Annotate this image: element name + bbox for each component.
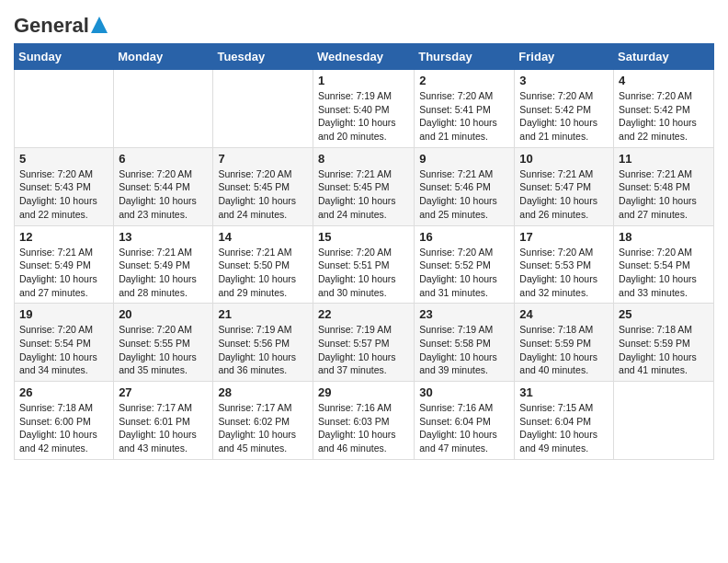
day-info: Sunrise: 7:20 AM Sunset: 5:54 PM Dayligh… bbox=[619, 246, 709, 300]
logo-general: General bbox=[14, 14, 89, 38]
calendar-cell: 19Sunrise: 7:20 AM Sunset: 5:54 PM Dayli… bbox=[15, 304, 114, 382]
day-number: 15 bbox=[318, 230, 409, 244]
day-info: Sunrise: 7:20 AM Sunset: 5:45 PM Dayligh… bbox=[218, 167, 308, 222]
day-info: Sunrise: 7:20 AM Sunset: 5:55 PM Dayligh… bbox=[119, 323, 208, 377]
day-info: Sunrise: 7:20 AM Sunset: 5:53 PM Dayligh… bbox=[519, 246, 609, 300]
calendar-cell: 25Sunrise: 7:18 AM Sunset: 5:59 PM Dayli… bbox=[614, 304, 714, 382]
day-number: 26 bbox=[19, 385, 108, 399]
day-number: 30 bbox=[419, 385, 509, 399]
calendar-table: SundayMondayTuesdayWednesdayThursdayFrid… bbox=[14, 43, 714, 460]
day-number: 4 bbox=[619, 74, 709, 87]
calendar-cell: 26Sunrise: 7:18 AM Sunset: 6:00 PM Dayli… bbox=[15, 382, 114, 460]
calendar-header-row: SundayMondayTuesdayWednesdayThursdayFrid… bbox=[15, 44, 714, 70]
day-number: 17 bbox=[519, 230, 609, 244]
day-info: Sunrise: 7:15 AM Sunset: 6:04 PM Dayligh… bbox=[519, 401, 609, 455]
calendar-cell: 29Sunrise: 7:16 AM Sunset: 6:03 PM Dayli… bbox=[313, 382, 414, 460]
column-header-sunday: Sunday bbox=[15, 44, 114, 70]
calendar-cell: 6Sunrise: 7:20 AM Sunset: 5:44 PM Daylig… bbox=[114, 147, 213, 225]
day-number: 5 bbox=[19, 152, 108, 166]
calendar-cell: 28Sunrise: 7:17 AM Sunset: 6:02 PM Dayli… bbox=[213, 382, 313, 460]
day-number: 24 bbox=[519, 307, 609, 321]
logo: General bbox=[14, 14, 108, 34]
day-info: Sunrise: 7:16 AM Sunset: 6:04 PM Dayligh… bbox=[419, 401, 509, 455]
logo-triangle-icon bbox=[91, 17, 108, 37]
day-info: Sunrise: 7:20 AM Sunset: 5:51 PM Dayligh… bbox=[318, 246, 409, 300]
calendar-cell: 16Sunrise: 7:20 AM Sunset: 5:52 PM Dayli… bbox=[415, 225, 515, 304]
calendar-cell: 20Sunrise: 7:20 AM Sunset: 5:55 PM Dayli… bbox=[114, 304, 213, 382]
svg-marker-0 bbox=[91, 17, 108, 33]
day-info: Sunrise: 7:20 AM Sunset: 5:42 PM Dayligh… bbox=[619, 89, 709, 144]
day-info: Sunrise: 7:20 AM Sunset: 5:43 PM Dayligh… bbox=[19, 167, 108, 222]
calendar-cell: 10Sunrise: 7:21 AM Sunset: 5:47 PM Dayli… bbox=[515, 147, 614, 225]
day-number: 6 bbox=[119, 152, 208, 166]
day-info: Sunrise: 7:16 AM Sunset: 6:03 PM Dayligh… bbox=[318, 401, 409, 455]
calendar-cell: 5Sunrise: 7:20 AM Sunset: 5:43 PM Daylig… bbox=[15, 147, 114, 225]
day-info: Sunrise: 7:18 AM Sunset: 5:59 PM Dayligh… bbox=[619, 323, 709, 377]
day-number: 2 bbox=[419, 74, 509, 87]
column-header-friday: Friday bbox=[515, 44, 614, 70]
day-number: 12 bbox=[19, 230, 108, 244]
day-info: Sunrise: 7:21 AM Sunset: 5:49 PM Dayligh… bbox=[19, 246, 108, 300]
day-info: Sunrise: 7:21 AM Sunset: 5:50 PM Dayligh… bbox=[218, 246, 308, 300]
column-header-saturday: Saturday bbox=[614, 44, 714, 70]
column-header-thursday: Thursday bbox=[415, 44, 515, 70]
day-number: 16 bbox=[419, 230, 509, 244]
day-info: Sunrise: 7:21 AM Sunset: 5:45 PM Dayligh… bbox=[318, 167, 409, 222]
calendar-cell bbox=[15, 70, 114, 148]
day-info: Sunrise: 7:20 AM Sunset: 5:42 PM Dayligh… bbox=[519, 89, 609, 144]
day-info: Sunrise: 7:19 AM Sunset: 5:40 PM Dayligh… bbox=[318, 89, 409, 144]
day-number: 28 bbox=[218, 385, 308, 399]
calendar-week-1: 1Sunrise: 7:19 AM Sunset: 5:40 PM Daylig… bbox=[15, 70, 714, 148]
calendar-cell bbox=[114, 70, 213, 148]
calendar-cell: 24Sunrise: 7:18 AM Sunset: 5:59 PM Dayli… bbox=[515, 304, 614, 382]
day-number: 23 bbox=[419, 307, 509, 321]
day-info: Sunrise: 7:20 AM Sunset: 5:52 PM Dayligh… bbox=[419, 246, 509, 300]
calendar-week-4: 19Sunrise: 7:20 AM Sunset: 5:54 PM Dayli… bbox=[15, 304, 714, 382]
calendar-cell: 1Sunrise: 7:19 AM Sunset: 5:40 PM Daylig… bbox=[313, 70, 414, 148]
calendar-cell: 22Sunrise: 7:19 AM Sunset: 5:57 PM Dayli… bbox=[313, 304, 414, 382]
calendar-week-3: 12Sunrise: 7:21 AM Sunset: 5:49 PM Dayli… bbox=[15, 225, 714, 304]
day-number: 21 bbox=[218, 307, 308, 321]
page-header: General bbox=[14, 14, 714, 34]
column-header-tuesday: Tuesday bbox=[213, 44, 313, 70]
day-number: 9 bbox=[419, 152, 509, 166]
day-number: 14 bbox=[218, 230, 308, 244]
day-number: 1 bbox=[318, 74, 409, 87]
calendar-cell: 9Sunrise: 7:21 AM Sunset: 5:46 PM Daylig… bbox=[415, 147, 515, 225]
calendar-cell: 13Sunrise: 7:21 AM Sunset: 5:49 PM Dayli… bbox=[114, 225, 213, 304]
calendar-cell: 7Sunrise: 7:20 AM Sunset: 5:45 PM Daylig… bbox=[213, 147, 313, 225]
calendar-week-2: 5Sunrise: 7:20 AM Sunset: 5:43 PM Daylig… bbox=[15, 147, 714, 225]
day-number: 20 bbox=[119, 307, 208, 321]
column-header-monday: Monday bbox=[114, 44, 213, 70]
calendar-week-5: 26Sunrise: 7:18 AM Sunset: 6:00 PM Dayli… bbox=[15, 382, 714, 460]
day-number: 10 bbox=[519, 152, 609, 166]
calendar-cell: 31Sunrise: 7:15 AM Sunset: 6:04 PM Dayli… bbox=[515, 382, 614, 460]
calendar-cell bbox=[213, 70, 313, 148]
day-info: Sunrise: 7:17 AM Sunset: 6:01 PM Dayligh… bbox=[119, 401, 208, 455]
day-number: 13 bbox=[119, 230, 208, 244]
calendar-cell: 12Sunrise: 7:21 AM Sunset: 5:49 PM Dayli… bbox=[15, 225, 114, 304]
day-info: Sunrise: 7:18 AM Sunset: 6:00 PM Dayligh… bbox=[19, 401, 108, 455]
day-number: 8 bbox=[318, 152, 409, 166]
day-info: Sunrise: 7:20 AM Sunset: 5:44 PM Dayligh… bbox=[119, 167, 208, 222]
calendar-cell: 21Sunrise: 7:19 AM Sunset: 5:56 PM Dayli… bbox=[213, 304, 313, 382]
day-number: 22 bbox=[318, 307, 409, 321]
calendar-cell: 3Sunrise: 7:20 AM Sunset: 5:42 PM Daylig… bbox=[515, 70, 614, 148]
day-info: Sunrise: 7:21 AM Sunset: 5:47 PM Dayligh… bbox=[519, 167, 609, 222]
day-info: Sunrise: 7:17 AM Sunset: 6:02 PM Dayligh… bbox=[218, 401, 308, 455]
calendar-cell: 18Sunrise: 7:20 AM Sunset: 5:54 PM Dayli… bbox=[614, 225, 714, 304]
calendar-cell: 15Sunrise: 7:20 AM Sunset: 5:51 PM Dayli… bbox=[313, 225, 414, 304]
day-info: Sunrise: 7:20 AM Sunset: 5:54 PM Dayligh… bbox=[19, 323, 108, 377]
calendar-cell: 8Sunrise: 7:21 AM Sunset: 5:45 PM Daylig… bbox=[313, 147, 414, 225]
day-info: Sunrise: 7:20 AM Sunset: 5:41 PM Dayligh… bbox=[419, 89, 509, 144]
day-number: 18 bbox=[619, 230, 709, 244]
day-number: 27 bbox=[119, 385, 208, 399]
calendar-cell: 4Sunrise: 7:20 AM Sunset: 5:42 PM Daylig… bbox=[614, 70, 714, 148]
calendar-cell: 23Sunrise: 7:19 AM Sunset: 5:58 PM Dayli… bbox=[415, 304, 515, 382]
calendar-cell: 11Sunrise: 7:21 AM Sunset: 5:48 PM Dayli… bbox=[614, 147, 714, 225]
day-info: Sunrise: 7:19 AM Sunset: 5:56 PM Dayligh… bbox=[218, 323, 308, 377]
day-number: 25 bbox=[619, 307, 709, 321]
day-number: 3 bbox=[519, 74, 609, 87]
day-info: Sunrise: 7:21 AM Sunset: 5:46 PM Dayligh… bbox=[419, 167, 509, 222]
day-number: 31 bbox=[519, 385, 609, 399]
